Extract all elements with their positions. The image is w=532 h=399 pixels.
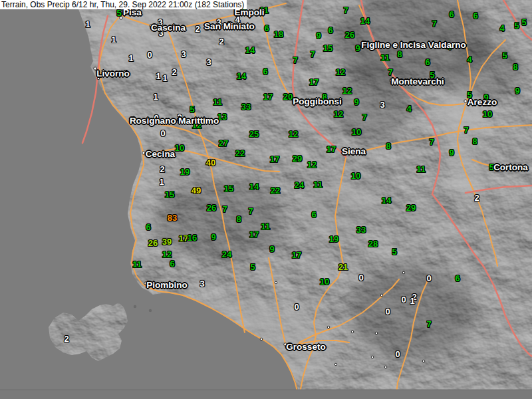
station-value: 8 bbox=[386, 142, 390, 150]
station-value: 3 bbox=[380, 100, 384, 109]
station-value: 14 bbox=[360, 17, 370, 25]
city-label-livorno: Livorno bbox=[96, 69, 130, 78]
station-value: 4 bbox=[499, 24, 504, 33]
station-value: 11 bbox=[380, 53, 390, 62]
station-value: 19 bbox=[329, 235, 338, 243]
city-label-san-miniato: San Miniato bbox=[204, 22, 255, 31]
station-value: 33 bbox=[356, 225, 366, 234]
station-value: 6 bbox=[170, 259, 174, 268]
station-value: 5 bbox=[392, 247, 396, 256]
station-value: 6 bbox=[455, 274, 460, 283]
station-value: 26 bbox=[148, 239, 158, 247]
station-value: 10 bbox=[175, 144, 184, 152]
station-value: 1 bbox=[162, 74, 167, 82]
station-value: 17 bbox=[327, 145, 336, 154]
city-label-arezzo: Arezzo bbox=[467, 98, 497, 107]
station-value: 9 bbox=[211, 233, 215, 241]
station-value: 0 bbox=[147, 51, 152, 59]
station-value: 9 bbox=[316, 31, 321, 40]
city-label-siena: Siena bbox=[342, 147, 366, 156]
station-value: 8 bbox=[513, 63, 517, 71]
station-value: 24 bbox=[222, 250, 231, 259]
station-value: 12 bbox=[307, 160, 317, 169]
station-value: 14 bbox=[382, 196, 391, 205]
station-value: 21 bbox=[338, 263, 348, 271]
station-value: 1 bbox=[85, 20, 90, 29]
station-value: 14 bbox=[245, 46, 255, 55]
station-value: 7 bbox=[343, 6, 348, 15]
station-value: 2 bbox=[219, 37, 223, 46]
station-value: 49 bbox=[192, 186, 201, 195]
station-value: 10 bbox=[351, 172, 360, 180]
station-value: 7 bbox=[362, 113, 366, 122]
station-value: 1 bbox=[156, 72, 160, 80]
station-value: 17 bbox=[270, 155, 279, 164]
weather-map-window: 5118714133233421013311121020213232000002… bbox=[0, 0, 532, 399]
station-value: 1 bbox=[128, 54, 133, 63]
station-value: 0 bbox=[358, 273, 363, 282]
station-value: 11 bbox=[213, 98, 222, 106]
station-value: 9 bbox=[449, 148, 454, 157]
station-value: 16 bbox=[188, 233, 197, 242]
station-value: 4 bbox=[467, 55, 471, 64]
station-value: 20 bbox=[283, 92, 293, 101]
station-value: 18 bbox=[274, 30, 283, 39]
station-value: 6 bbox=[425, 58, 430, 66]
station-value: 8 bbox=[472, 137, 477, 146]
station-value: 11 bbox=[313, 180, 323, 189]
station-value: 6 bbox=[311, 210, 316, 219]
station-value: 5 bbox=[116, 9, 121, 17]
station-value: 5 bbox=[514, 21, 519, 30]
station-value: 0 bbox=[426, 274, 431, 283]
station-value: 40 bbox=[206, 158, 215, 167]
station-value: 33 bbox=[241, 102, 251, 111]
station-value: 9 bbox=[269, 245, 274, 253]
station-value: 2 bbox=[172, 68, 176, 76]
city-label-montevarchi: Montevarchi bbox=[391, 77, 444, 86]
station-value: 15 bbox=[224, 184, 233, 193]
station-value: 24 bbox=[295, 181, 304, 190]
station-value: 25 bbox=[249, 130, 259, 138]
station-value: 0 bbox=[395, 350, 400, 358]
station-value: 6 bbox=[264, 24, 269, 33]
station-value: 12 bbox=[334, 110, 343, 118]
station-value: 5 bbox=[521, 18, 526, 27]
station-value: 7 bbox=[222, 205, 227, 213]
station-value: 0 bbox=[401, 295, 406, 304]
station-value: 29 bbox=[406, 203, 416, 212]
station-value: 11 bbox=[132, 260, 142, 269]
station-value: 12 bbox=[162, 250, 172, 259]
station-value: 9 bbox=[354, 98, 358, 106]
station-value: 5 bbox=[190, 105, 194, 114]
station-value: 7 bbox=[293, 56, 297, 65]
station-value: 6 bbox=[473, 11, 477, 20]
station-value: 6 bbox=[146, 223, 150, 231]
city-label-cascina: Cascina bbox=[151, 23, 186, 33]
station-value: 7 bbox=[432, 19, 436, 28]
station-value: 8 bbox=[236, 215, 241, 223]
label-layer: 5118714133233421013311121020213232000002… bbox=[0, 0, 532, 399]
station-value: 1 bbox=[153, 92, 158, 101]
city-label-figline-e-incisa-valdarno: Figline e Incisa Valdarno bbox=[361, 41, 466, 50]
station-value: 7 bbox=[248, 207, 253, 215]
station-value: 10 bbox=[320, 277, 329, 286]
station-value: 17 bbox=[292, 251, 301, 259]
station-value: 6 bbox=[263, 67, 267, 76]
station-value: 11 bbox=[416, 165, 426, 174]
station-value: 9 bbox=[515, 86, 519, 95]
station-value: 5 bbox=[502, 51, 507, 60]
station-value: 12 bbox=[342, 86, 352, 95]
station-value: 12 bbox=[289, 130, 298, 138]
station-value: 19 bbox=[180, 168, 190, 176]
station-value: 14 bbox=[249, 182, 259, 191]
city-label-cortona: Cortona bbox=[493, 163, 528, 172]
station-value: 10 bbox=[483, 110, 492, 118]
station-value: 22 bbox=[235, 149, 245, 158]
station-value: 0 bbox=[294, 303, 299, 311]
station-value: 4 bbox=[406, 104, 411, 113]
station-value: 1 bbox=[111, 35, 116, 44]
city-label-empoli: Empoli bbox=[234, 8, 264, 17]
station-value: 7 bbox=[388, 68, 392, 76]
station-value: 26 bbox=[207, 203, 216, 212]
station-value: 5 bbox=[250, 263, 255, 271]
